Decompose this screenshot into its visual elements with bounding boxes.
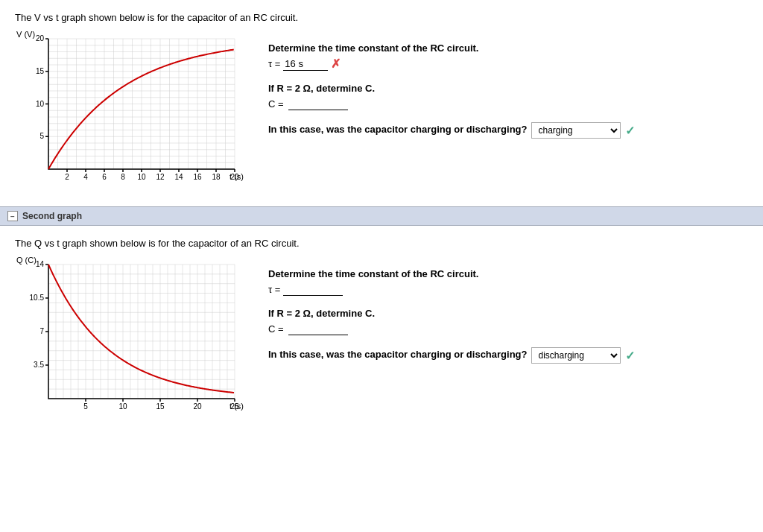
charge-select-1[interactable]: charging discharging	[531, 122, 621, 139]
graph1-title: The V vs t graph shown below is for the …	[15, 12, 748, 23]
section-1: The V vs t graph shown below is for the …	[0, 0, 763, 206]
second-graph-label: Second graph	[22, 211, 82, 221]
tau-input-1[interactable]	[283, 57, 328, 71]
q2-block-2: If R = 2 Ω, determine C. C =	[268, 308, 748, 335]
c-label-2: C =	[268, 323, 284, 335]
q3-row-1: In this case, was the capacitor charging…	[268, 122, 748, 139]
tau-symbol-1: τ =	[268, 58, 280, 69]
q3-label-2: In this case, was the capacitor charging…	[268, 349, 527, 360]
section1-content-row: Determine the time constant of the RC ci…	[15, 28, 748, 191]
q3-row-2: In this case, was the capacitor charging…	[268, 347, 748, 364]
section-2: The Q vs t graph shown below is for the …	[0, 226, 763, 440]
second-graph-divider: − Second graph	[0, 206, 763, 226]
q3-block-2: In this case, was the capacitor charging…	[268, 347, 748, 364]
c-input-2[interactable]	[288, 322, 348, 335]
tau-row-2: τ =	[268, 282, 748, 296]
c-label-1: C =	[268, 98, 284, 110]
q3-status-1: ✓	[625, 124, 635, 138]
q1-label: Determine the time constant of the RC ci…	[268, 42, 748, 54]
q3-block: In this case, was the capacitor charging…	[268, 122, 748, 139]
charge-select-2[interactable]: charging discharging	[531, 347, 621, 364]
q2-block: If R = 2 Ω, determine C. C =	[268, 83, 748, 110]
q2-label: If R = 2 Ω, determine C.	[268, 83, 748, 94]
q1-block: Determine the time constant of the RC ci…	[268, 42, 748, 71]
q1-label-2: Determine the time constant of the RC ci…	[268, 268, 748, 279]
collapse-icon[interactable]: −	[7, 211, 18, 221]
c-input-1[interactable]	[288, 97, 348, 110]
graph2-canvas	[15, 253, 246, 425]
q3-label-1: In this case, was the capacitor charging…	[268, 124, 527, 135]
tau-symbol-2: τ =	[268, 284, 280, 295]
tau-row-1: τ = ✗	[268, 57, 748, 71]
q1-block-2: Determine the time constant of the RC ci…	[268, 268, 748, 296]
q2-label-2: If R = 2 Ω, determine C.	[268, 308, 748, 319]
graph1-area	[15, 28, 246, 191]
tau-status-1: ✗	[331, 57, 341, 71]
graph1-canvas	[15, 28, 246, 191]
c-row-1: C =	[268, 97, 748, 110]
graph2-title: The Q vs t graph shown below is for the …	[15, 238, 748, 249]
section2-questions: Determine the time constant of the RC ci…	[268, 253, 748, 376]
section1-questions: Determine the time constant of the RC ci…	[268, 28, 748, 151]
graph2-area	[15, 253, 246, 425]
tau-input-2[interactable]	[283, 282, 343, 296]
c-row-2: C =	[268, 322, 748, 335]
q3-status-2: ✓	[625, 349, 635, 363]
section2-content-row: Determine the time constant of the RC ci…	[15, 253, 748, 425]
